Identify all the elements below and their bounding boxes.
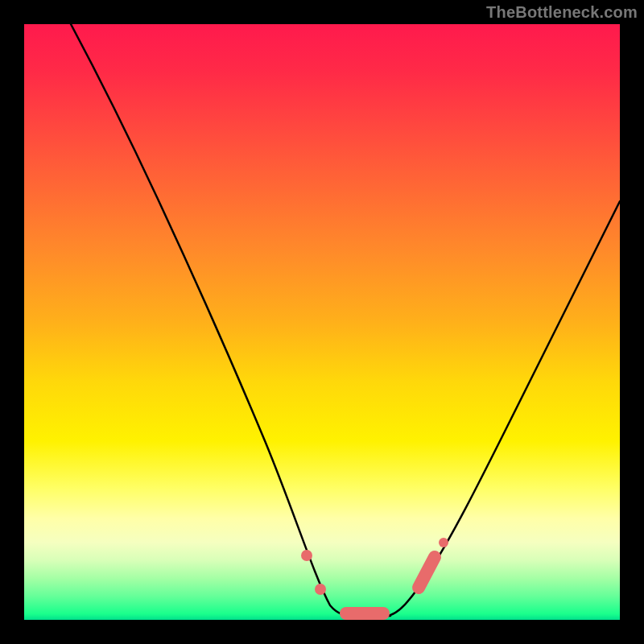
curve-right (386, 201, 620, 616)
curve-svg (24, 24, 620, 620)
marker-pill-floor (340, 607, 390, 620)
chart-stage: TheBottleneck.com (0, 0, 644, 644)
marker-dot-3 (439, 538, 448, 547)
plot-area (24, 24, 620, 620)
curve-left (71, 24, 354, 616)
marker-pill-right (419, 557, 435, 588)
marker-dot-1 (301, 550, 312, 561)
watermark-text: TheBottleneck.com (486, 3, 638, 22)
marker-dot-2 (315, 584, 326, 595)
